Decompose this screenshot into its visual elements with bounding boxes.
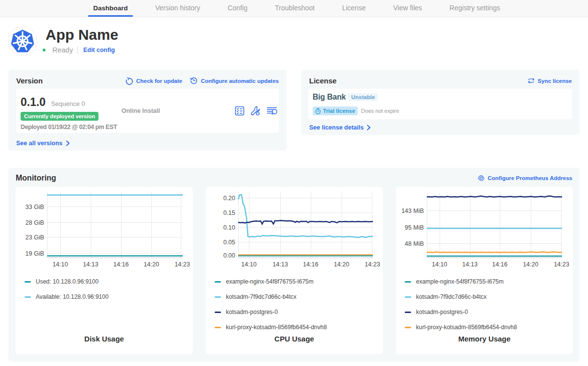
svg-text:33 GiB: 33 GiB <box>25 204 44 210</box>
svg-text:0.10: 0.10 <box>223 224 235 231</box>
svg-text:48 MiB: 48 MiB <box>405 240 424 247</box>
svg-text:0.05: 0.05 <box>223 239 235 246</box>
svg-text:14:10: 14:10 <box>52 261 68 268</box>
svg-text:95 MiB: 95 MiB <box>405 224 424 231</box>
svg-text:14:13: 14:13 <box>83 261 98 268</box>
svg-text:14:20: 14:20 <box>144 261 159 268</box>
svg-text:0.20: 0.20 <box>223 195 235 202</box>
svg-text:14:23: 14:23 <box>365 261 380 268</box>
svg-text:14:16: 14:16 <box>303 261 318 268</box>
svg-text:28 GiB: 28 GiB <box>25 219 44 226</box>
svg-text:14:10: 14:10 <box>241 261 256 268</box>
svg-text:14:23: 14:23 <box>554 261 569 268</box>
svg-text:0.00: 0.00 <box>223 252 235 259</box>
svg-text:143 MiB: 143 MiB <box>401 208 424 214</box>
svg-text:23 GiB: 23 GiB <box>25 234 44 241</box>
svg-text:14:23: 14:23 <box>174 261 190 268</box>
svg-text:14:20: 14:20 <box>523 261 538 268</box>
svg-text:14:16: 14:16 <box>492 261 507 268</box>
svg-text:14:16: 14:16 <box>113 261 128 268</box>
svg-text:0.15: 0.15 <box>223 209 235 216</box>
svg-text:14:20: 14:20 <box>334 261 349 268</box>
svg-text:14:13: 14:13 <box>462 261 477 268</box>
svg-text:19 GiB: 19 GiB <box>25 250 44 257</box>
svg-text:14:10: 14:10 <box>432 261 447 268</box>
svg-text:14:13: 14:13 <box>272 261 288 268</box>
